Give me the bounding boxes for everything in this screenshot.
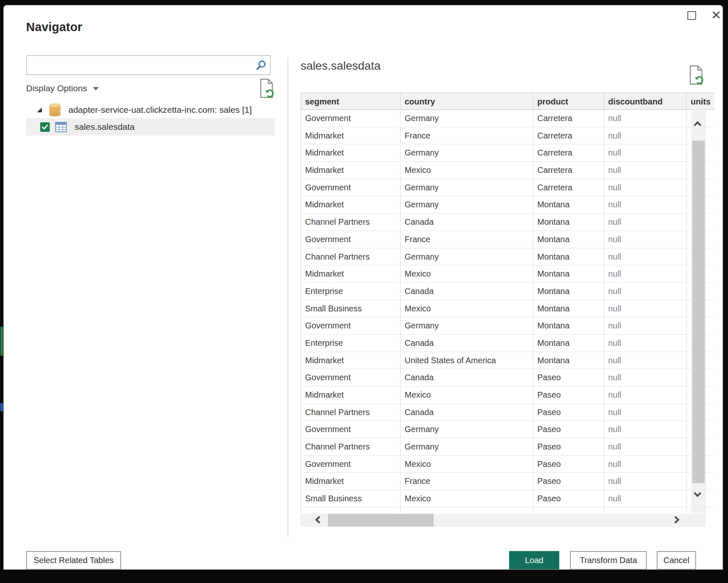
horizontal-scrollbar-thumb[interactable] (328, 514, 434, 527)
table-cell: Montana (533, 300, 604, 318)
table-row: MidmarketMexicoMontananull (301, 265, 714, 283)
table-cell: Germany (400, 421, 533, 438)
scroll-down-icon[interactable] (694, 489, 701, 497)
table-cell: null (604, 421, 687, 438)
table-cell: Montana (533, 335, 604, 352)
table-cell: null (604, 300, 687, 318)
table-row: Channel PartnersGermanyMontananull (301, 248, 714, 266)
column-header-units: units (687, 92, 714, 110)
table-row: GovernmentGermanyCarreteranull (301, 179, 714, 197)
load-button[interactable]: Load (509, 551, 559, 570)
table-cell: null (604, 456, 687, 473)
table-cell: Mexico (400, 300, 533, 318)
table-cell: Carretera (533, 110, 604, 127)
table-cell: Small Business (301, 490, 400, 508)
table-cell: Germany (400, 144, 533, 162)
table-cell: Paseo (533, 456, 604, 473)
tree-node-label[interactable]: adapter-service-uat.clickzetta-inc.com: … (68, 105, 252, 115)
table-row: MidmarketMexicoPaseonull (301, 386, 714, 404)
table-cell: null (604, 127, 687, 145)
database-icon (49, 103, 61, 117)
table-cell: Carretera (533, 127, 604, 145)
table-cell: Small Business (301, 300, 400, 318)
table-cell: Germany (400, 179, 533, 197)
table-row: EnterpriseCanadaMontananull (301, 335, 714, 352)
table-cell: Germany (400, 196, 533, 214)
select-related-tables-button[interactable]: Select Related Tables (26, 551, 121, 570)
scroll-up-icon[interactable] (694, 121, 701, 129)
navigator-dialog: Navigator ✕ Display Options adapter-serv… (3, 5, 723, 570)
table-row: GovernmentCanadaPaseonull (301, 369, 714, 386)
display-options-label: Display Options (26, 83, 87, 93)
table-cell: null (604, 490, 687, 508)
checkbox-checked[interactable] (40, 122, 50, 132)
table-cell: Germany (400, 110, 533, 127)
table-row: GovernmentMexicoPaseonull (301, 456, 714, 473)
refresh-preview-icon[interactable] (689, 65, 704, 85)
pane-divider (288, 58, 288, 537)
scroll-right-icon[interactable] (672, 516, 679, 523)
table-cell: null (604, 369, 687, 386)
cancel-button[interactable]: Cancel (657, 551, 696, 570)
table-cell: Mexico (400, 265, 533, 283)
table-cell: France (400, 231, 533, 248)
display-options-dropdown[interactable]: Display Options (26, 83, 99, 93)
table-cell: Paseo (533, 438, 604, 456)
vertical-scrollbar[interactable] (691, 111, 706, 513)
table-cell: Montana (533, 352, 604, 369)
table-icon (55, 122, 67, 132)
table-cell: null (604, 317, 687, 335)
table-cell: Midmarket (301, 352, 400, 369)
table-cell: null (604, 335, 687, 352)
table-cell: Government (301, 421, 400, 438)
table-cell: Carretera (533, 162, 604, 179)
table-cell: null (604, 352, 687, 369)
table-cell: Canada (400, 369, 533, 386)
table-cell: Midmarket (301, 144, 400, 162)
table-cell: Canada (400, 335, 533, 352)
tree-node-label[interactable]: sales.salesdata (75, 122, 135, 132)
table-row: MidmarketGermanyMontananull (301, 196, 714, 214)
tree-node-database[interactable]: adapter-service-uat.clickzetta-inc.com: … (26, 102, 275, 118)
search-input[interactable] (30, 58, 250, 73)
transform-data-button[interactable]: Transform Data (570, 551, 647, 570)
table-cell: null (604, 386, 687, 404)
chevron-down-icon (93, 87, 99, 90)
tree-node-table-selected[interactable]: sales.salesdata (26, 118, 275, 136)
scroll-left-icon[interactable] (315, 516, 323, 523)
expand-collapse-icon[interactable] (37, 107, 42, 112)
preview-title: sales.salesdata (301, 59, 381, 73)
table-row: Channel PartnersGermanyPaseonull (301, 438, 714, 456)
table-cell: France (400, 473, 533, 490)
maximize-button[interactable] (687, 11, 696, 20)
table-cell: Paseo (533, 490, 604, 508)
table-row: GovernmentGermanyPaseonull (301, 421, 714, 438)
search-box (26, 55, 271, 75)
horizontal-scrollbar[interactable] (301, 514, 706, 527)
table-cell: France (400, 127, 533, 145)
table-cell: Mexico (400, 490, 533, 508)
table-cell: null (604, 110, 687, 127)
table-cell: Paseo (533, 386, 604, 404)
table-cell: Paseo (533, 473, 604, 490)
table-cell: Canada (400, 214, 533, 231)
refresh-preview-icon-left[interactable] (259, 78, 274, 98)
table-cell: Paseo (533, 421, 604, 438)
table-cell: Mexico (400, 386, 533, 404)
table-row: GovernmentFranceMontananull (301, 231, 714, 248)
table-row: MidmarketFrancePaseonull (301, 473, 714, 490)
table-row: MidmarketGermanyCarreteranull (301, 144, 714, 162)
table-cell: Midmarket (301, 127, 400, 145)
table-cell: Government (301, 231, 400, 248)
close-icon[interactable]: ✕ (711, 7, 721, 24)
table-cell: Montana (533, 248, 604, 266)
table-cell: Midmarket (301, 473, 400, 490)
column-header-country: country (400, 92, 533, 110)
table-cell: null (604, 162, 687, 179)
column-header-product: product (533, 92, 604, 110)
table-row: MidmarketUnited States of AmericaMontana… (301, 352, 714, 369)
table-cell: null (604, 196, 687, 214)
table-cell: null (604, 144, 687, 162)
vertical-scrollbar-thumb[interactable] (692, 141, 705, 483)
table-row: Small BusinessMexicoPaseonull (301, 490, 714, 508)
